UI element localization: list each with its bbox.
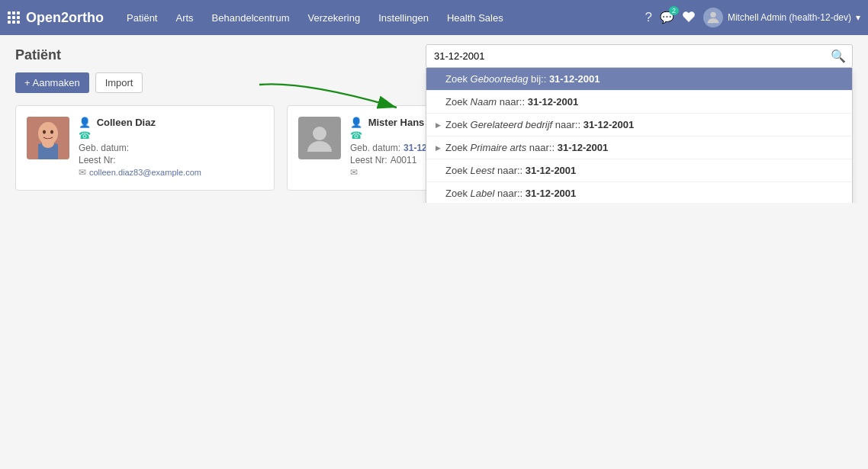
patient-photo-2 xyxy=(298,117,341,159)
chevron-icon: ▶ xyxy=(436,121,441,129)
nav-instellingen[interactable]: Instellingen xyxy=(371,9,436,27)
nav-behandelcentrum[interactable]: Behandelcentrum xyxy=(204,9,297,27)
svg-point-6 xyxy=(42,139,54,148)
svg-point-4 xyxy=(43,130,46,134)
import-button[interactable]: Import xyxy=(95,72,143,93)
grid-icon xyxy=(8,11,20,24)
search-wrapper: 🔍 ▶Zoek Geboortedag bij:: 31-12-2001▶Zoe… xyxy=(426,44,853,68)
patient-leest-1: Leest Nr: xyxy=(79,155,263,165)
page-container: Patiënt + Aanmaken Import 🔍 ▶Zoek Geboor… xyxy=(0,35,868,203)
help-icon[interactable]: ? xyxy=(645,10,651,25)
phone-icon-2: ☎ xyxy=(350,130,362,141)
search-dropdown: ▶Zoek Geboortedag bij:: 31-12-2001▶Zoek … xyxy=(426,68,853,203)
dropdown-item-dd-label[interactable]: ▶Zoek Label naar:: 31-12-2001 xyxy=(426,182,852,203)
chat-badge: 2 xyxy=(669,6,679,15)
gebdatum-label-2: Geb. datum: xyxy=(350,143,400,153)
navbar: Open2ortho Patiënt Arts Behandelcentrum … xyxy=(0,0,868,35)
nav-verzekering[interactable]: Verzekering xyxy=(301,9,368,27)
patient-email-1: ✉ colleen.diaz83@example.com xyxy=(79,167,263,178)
leest-label-1: Leest Nr: xyxy=(79,155,116,165)
email-icon-2: ✉ xyxy=(350,167,358,178)
nav-healthsales[interactable]: Health Sales xyxy=(439,9,511,27)
svg-point-0 xyxy=(710,12,715,18)
nav-arts[interactable]: Arts xyxy=(168,9,201,27)
patient-card-1: 👤 Colleen Diaz ☎ Geb. datum: Leest Nr: ✉… xyxy=(15,105,275,191)
patient-icon-1: 👤 xyxy=(79,117,91,128)
user-dropdown-icon: ▾ xyxy=(856,12,860,23)
leest-label-2: Leest Nr: xyxy=(350,155,387,165)
patient-info-1: 👤 Colleen Diaz ☎ Geb. datum: Leest Nr: ✉… xyxy=(79,117,263,179)
search-container: 🔍 xyxy=(426,44,853,68)
create-button[interactable]: + Aanmaken xyxy=(15,72,89,93)
patient-gebdatum-1: Geb. datum: xyxy=(79,143,263,153)
patient-icon-2: 👤 xyxy=(350,117,362,128)
dropdown-item-dd-naam[interactable]: ▶Zoek Naam naar:: 31-12-2001 xyxy=(426,91,852,114)
dropdown-item-dd-geboortedag[interactable]: ▶Zoek Geboortedag bij:: 31-12-2001 xyxy=(426,68,852,91)
user-menu[interactable]: Mitchell Admin (health-12-dev) ▾ xyxy=(703,8,860,27)
nav-right: ? 💬2 Mitchell Admin (health-12-dev) ▾ xyxy=(645,8,860,27)
dropdown-item-dd-gerelateerd[interactable]: ▶Zoek Gerelateerd bedrijf naar:: 31-12-2… xyxy=(426,114,852,137)
chat-icon[interactable]: 💬2 xyxy=(660,11,674,24)
dropdown-item-dd-primaire[interactable]: ▶Zoek Primaire arts naar:: 31-12-2001 xyxy=(426,137,852,159)
search-input[interactable] xyxy=(426,45,825,67)
gebdatum-label-1: Geb. datum: xyxy=(79,143,129,153)
email-icon-1: ✉ xyxy=(79,167,86,178)
dropdown-item-dd-leest[interactable]: ▶Zoek Leest naar:: 31-12-2001 xyxy=(426,159,852,182)
svg-point-7 xyxy=(313,127,326,140)
user-name: Mitchell Admin (health-12-dev) xyxy=(728,12,851,23)
patient-phone-1: ☎ xyxy=(79,130,263,141)
chevron-icon: ▶ xyxy=(436,144,441,152)
brand: Open2ortho xyxy=(8,10,104,26)
leest-value-2: A0011 xyxy=(391,155,417,165)
search-button[interactable]: 🔍 xyxy=(825,46,852,66)
notifications-icon[interactable] xyxy=(682,10,696,26)
brand-name: Open2ortho xyxy=(26,10,104,26)
nav-links: Patiënt Arts Behandelcentrum Verzekering… xyxy=(119,9,645,27)
nav-patient[interactable]: Patiënt xyxy=(119,9,165,27)
patient-photo-1 xyxy=(27,117,69,159)
avatar xyxy=(703,8,723,27)
patient-name-1: 👤 Colleen Diaz xyxy=(79,117,263,128)
svg-point-5 xyxy=(50,130,53,134)
phone-icon-1: ☎ xyxy=(79,130,91,141)
